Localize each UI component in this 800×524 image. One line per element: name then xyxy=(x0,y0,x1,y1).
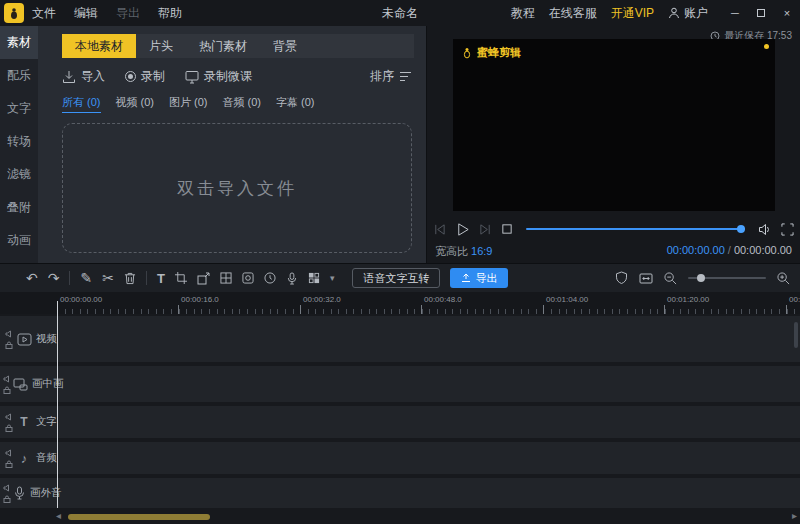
record-icon xyxy=(125,71,136,82)
filter-image[interactable]: 图片 (0) xyxy=(169,95,208,113)
fit-timeline-icon[interactable] xyxy=(639,272,653,285)
freeze-frame-button[interactable] xyxy=(242,272,254,284)
main-area: 素材 配乐 文字 转场 滤镜 叠附 动画 本地素材 片头 热门素材 背景 xyxy=(0,26,800,263)
close-button[interactable]: × xyxy=(774,0,800,26)
zoom-in-icon[interactable] xyxy=(777,272,790,285)
crop-tool-button[interactable] xyxy=(175,272,187,284)
playhead[interactable] xyxy=(54,292,61,508)
import-button[interactable]: 导入 xyxy=(62,68,105,85)
aspect-ratio-select[interactable]: 宽高比 16:9 xyxy=(435,244,492,259)
mute-icon[interactable] xyxy=(5,413,13,421)
shield-icon[interactable] xyxy=(615,271,628,285)
tab-intro[interactable]: 片头 xyxy=(136,34,186,58)
sidebar-item-media[interactable]: 素材 xyxy=(0,26,38,59)
screen-record-icon xyxy=(185,70,199,84)
split-tool-button[interactable]: ✂ xyxy=(102,271,114,285)
text-tool-button[interactable]: T xyxy=(157,272,165,285)
record-button[interactable]: 录制 xyxy=(125,68,165,85)
record-lesson-button[interactable]: 录制微课 xyxy=(185,68,252,85)
tab-background[interactable]: 背景 xyxy=(260,34,310,58)
horizontal-scrollbar-thumb[interactable] xyxy=(68,514,210,520)
major-tick xyxy=(421,305,422,314)
track-video-lane[interactable] xyxy=(58,316,800,362)
sidebar-item-filter[interactable]: 滤镜 xyxy=(0,158,38,191)
track-audio-lane[interactable] xyxy=(58,442,800,474)
timeline-zoom-slider[interactable] xyxy=(688,273,766,283)
track-pip-lane[interactable] xyxy=(58,366,800,402)
speech-text-button[interactable]: 语音文字互转 xyxy=(352,268,440,288)
mosaic-button[interactable] xyxy=(308,272,320,284)
support-link[interactable]: 在线客服 xyxy=(549,5,597,22)
menu-export[interactable]: 导出 xyxy=(116,5,140,22)
dubbing-button[interactable] xyxy=(286,272,298,285)
menu-help[interactable]: 帮助 xyxy=(158,5,182,22)
lock-icon[interactable] xyxy=(5,341,13,349)
audio-track-icon: ♪ xyxy=(16,450,32,466)
minimize-button[interactable]: ─ xyxy=(722,0,748,26)
sort-button[interactable]: 排序 xyxy=(370,68,412,85)
app-logo-icon xyxy=(4,3,24,23)
track-voiceover-header: 画外音 xyxy=(0,478,58,508)
mute-icon[interactable] xyxy=(3,484,11,492)
filter-audio[interactable]: 音频 (0) xyxy=(223,95,262,113)
track-text-lane[interactable] xyxy=(58,406,800,438)
chevron-down-icon[interactable]: ▾ xyxy=(330,274,335,283)
titlebar-right: 教程 在线客服 开通VIP 账户 ─ × xyxy=(511,0,800,26)
delete-button[interactable] xyxy=(124,272,136,285)
menu-bar: 文件 编辑 导出 帮助 xyxy=(32,5,182,22)
splitscreen-tool-button[interactable] xyxy=(220,272,232,284)
video-track-icon xyxy=(16,331,32,347)
filter-subtitle[interactable]: 字幕 (0) xyxy=(276,95,315,113)
sidebar-item-overlay[interactable]: 叠附 xyxy=(0,191,38,224)
import-dropzone[interactable]: 双击导入文件 xyxy=(62,123,412,253)
redo-button[interactable]: ↷ xyxy=(48,271,60,285)
menu-file[interactable]: 文件 xyxy=(32,5,56,22)
scroll-left-icon[interactable]: ◂ xyxy=(56,510,61,521)
vertical-scrollbar-thumb[interactable] xyxy=(794,322,798,348)
timeline-ruler[interactable]: 00:00:00.00 00:00:16.0 00:00:32.0 00:00:… xyxy=(0,292,800,314)
vip-link[interactable]: 开通VIP xyxy=(611,5,654,22)
fullscreen-icon[interactable] xyxy=(781,223,794,236)
account-button[interactable]: 账户 xyxy=(668,5,708,22)
zoom-out-icon[interactable] xyxy=(664,272,677,285)
corner-dot xyxy=(764,44,769,49)
stop-button[interactable] xyxy=(501,223,513,235)
edit-tool-button[interactable]: ✎ xyxy=(80,271,92,285)
track-video: 视频 xyxy=(0,316,800,362)
sidebar-item-text[interactable]: 文字 xyxy=(0,92,38,125)
previous-frame-button[interactable] xyxy=(433,223,446,236)
sidebar-item-animation[interactable]: 动画 xyxy=(0,224,38,257)
menu-edit[interactable]: 编辑 xyxy=(74,5,98,22)
lock-icon[interactable] xyxy=(3,386,11,394)
maximize-button[interactable] xyxy=(748,0,774,26)
scroll-right-icon[interactable]: ▸ xyxy=(792,510,797,521)
next-frame-button[interactable] xyxy=(479,223,492,236)
export-button[interactable]: 导出 xyxy=(450,268,508,288)
tutorial-link[interactable]: 教程 xyxy=(511,5,535,22)
transform-tool-button[interactable] xyxy=(197,272,210,285)
track-voiceover-lane[interactable] xyxy=(58,478,800,508)
sidebar-item-transition[interactable]: 转场 xyxy=(0,125,38,158)
seek-handle[interactable] xyxy=(737,225,745,233)
lock-icon[interactable] xyxy=(3,495,11,503)
zoom-slider-handle[interactable] xyxy=(697,274,705,282)
major-tick xyxy=(300,305,301,314)
tab-hot-media[interactable]: 热门素材 xyxy=(186,34,260,58)
filter-video[interactable]: 视频 (0) xyxy=(116,95,155,113)
timeline: ↶ ↷ ✎ ✂ T ▾ 语音文字互转 导出 xyxy=(0,263,800,524)
duration-button[interactable] xyxy=(264,272,276,284)
mute-icon[interactable] xyxy=(3,375,11,383)
seek-slider[interactable] xyxy=(526,224,745,234)
play-button[interactable] xyxy=(455,222,470,237)
lock-icon[interactable] xyxy=(5,460,13,468)
sidebar-item-music[interactable]: 配乐 xyxy=(0,59,38,92)
filter-all[interactable]: 所有 (0) xyxy=(62,95,101,113)
voiceover-track-icon xyxy=(13,485,26,501)
tab-local-media[interactable]: 本地素材 xyxy=(62,34,136,58)
media-content: 本地素材 片头 热门素材 背景 导入 录制 xyxy=(38,26,426,263)
lock-icon[interactable] xyxy=(5,424,13,432)
mute-icon[interactable] xyxy=(5,449,13,457)
mute-icon[interactable] xyxy=(5,330,13,338)
undo-button[interactable]: ↶ xyxy=(26,271,38,285)
volume-icon[interactable] xyxy=(758,223,772,236)
